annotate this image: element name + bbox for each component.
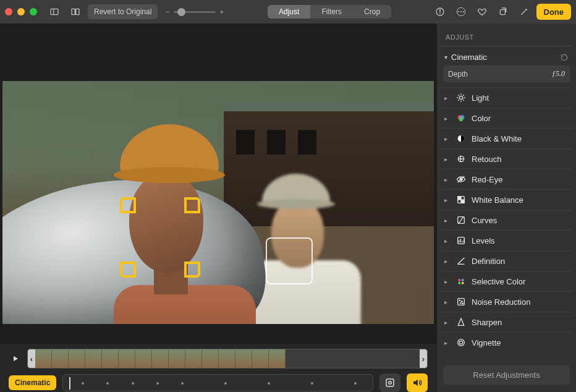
fullscreen-window-button[interactable] [30,8,37,15]
adjustment-label: White Balance [472,195,523,205]
focus-box-primary[interactable] [120,197,200,278]
filmstrip-frame[interactable] [269,349,286,368]
focus-keyframe-dot[interactable] [82,382,84,385]
adjustment-label: Sharpen [472,318,502,327]
trim-handle-left[interactable]: ‹ [28,349,35,368]
filmstrip-frame[interactable] [85,349,102,368]
adjustment-row-levels[interactable]: ▸Levels [442,230,571,250]
focus-timeline[interactable] [62,374,373,391]
adjustment-row-selective-color[interactable]: ▸Selective Color [442,271,571,291]
auto-focus-button[interactable] [379,373,400,392]
zoom-slider[interactable]: − + [165,7,224,17]
reset-cinematic-icon[interactable] [560,53,569,62]
adjustment-row-light[interactable]: ▸Light [442,87,571,108]
video-canvas[interactable] [2,81,434,324]
svg-rect-0 [51,9,58,14]
tab-filters[interactable]: Filters [310,5,353,19]
tab-adjust[interactable]: Adjust [268,5,310,19]
focus-keyframe-dot[interactable] [268,382,270,385]
filmstrip-frame[interactable] [52,349,69,368]
adjustment-label: Levels [472,236,495,245]
adjustment-row-vignette[interactable]: ▸Vignette [442,332,571,352]
play-button[interactable] [9,352,22,365]
section-cinematic[interactable]: ▾ Cinematic [442,46,571,66]
light-icon [455,92,467,103]
trim-handle-right[interactable]: › [420,349,427,368]
filmstrip-frame[interactable] [185,349,202,368]
close-window-button[interactable] [5,8,12,15]
svg-point-33 [462,301,462,302]
filmstrip-frame[interactable] [69,349,85,368]
svg-point-14 [459,96,462,99]
svg-point-28 [462,279,464,281]
adjustments-list: ▸Light▸Color▸Black & White▸Retouch▸Red-E… [442,87,571,352]
focus-keyframe-dot[interactable] [156,382,159,385]
filmstrip-frame[interactable] [169,349,185,368]
sidebar-toggle-icon[interactable] [46,4,63,19]
adjustment-row-retouch[interactable]: ▸Retouch [442,148,571,169]
adjustment-label: Color [472,114,491,123]
chevron-right-icon: ▸ [444,217,451,224]
info-icon[interactable] [431,4,449,19]
svg-rect-31 [458,299,465,305]
filmstrip-frame[interactable] [235,349,252,368]
audio-button[interactable] [407,373,428,392]
svg-rect-3 [76,9,79,14]
adjustment-label: Vignette [472,338,501,347]
rotate-icon[interactable] [494,4,512,19]
chevron-right-icon: ▸ [444,156,451,163]
svg-point-35 [462,303,463,304]
adjustment-row-red-eye[interactable]: ▸Red-Eye [442,169,571,189]
adjustment-row-noise-reduction[interactable]: ▸Noise Reduction [442,291,571,312]
filmstrip-frame[interactable] [119,349,135,368]
filmstrip[interactable]: ‹ › [27,349,428,369]
filmstrip-frame[interactable] [102,349,119,368]
mode-segmented-control: Adjust Filters Crop [268,5,391,19]
adjustment-row-black-white[interactable]: ▸Black & White [442,128,571,148]
filmstrip-frame[interactable] [202,349,219,368]
reset-adjustments-button[interactable]: Reset Adjustments [443,365,570,385]
more-icon[interactable] [452,4,470,19]
filmstrip-frame[interactable] [152,349,169,368]
adjustment-label: Retouch [472,155,501,164]
compare-toggle-icon[interactable] [67,4,84,19]
adjustment-row-sharpen[interactable]: ▸Sharpen [442,312,571,332]
svg-rect-11 [500,10,505,15]
filmstrip-frame[interactable] [35,349,52,368]
depth-label: Depth [448,70,468,79]
adjustment-row-definition[interactable]: ▸Definition [442,250,571,271]
levels-icon [455,235,467,246]
svg-point-17 [459,117,464,122]
focus-keyframe-dot[interactable] [132,382,134,385]
tab-crop[interactable]: Crop [353,5,391,19]
selective-color-icon [455,276,467,287]
focus-keyframe-dot[interactable] [181,382,184,385]
filmstrip-frame[interactable] [219,349,235,368]
svg-rect-12 [386,379,394,386]
adjustment-row-white-balance[interactable]: ▸White Balance [442,189,571,210]
adjustment-row-color[interactable]: ▸Color [442,108,571,128]
chevron-right-icon: ▸ [444,95,451,101]
cinematic-badge[interactable]: Cinematic [9,375,56,390]
focus-keyframe-dot[interactable] [354,382,357,385]
adjustment-row-curves[interactable]: ▸Curves [442,210,571,230]
revert-button[interactable]: Revert to Original [88,4,158,19]
focus-box-secondary[interactable] [266,237,313,284]
auto-enhance-icon[interactable] [515,4,533,19]
svg-point-27 [458,279,460,281]
filmstrip-frame[interactable] [135,349,152,368]
depth-row[interactable]: Depth ƒ5.0 [443,66,570,82]
sidebar-title: ADJUST [442,28,571,46]
adjustment-label: Red-Eye [472,175,503,184]
focus-keyframe-dot[interactable] [224,382,227,385]
filmstrip-frame[interactable] [252,349,269,368]
depth-value: ƒ5.0 [552,69,565,79]
minimize-window-button[interactable] [17,8,25,15]
noise-reduction-icon [455,296,467,307]
focus-keyframe-dot[interactable] [311,382,313,385]
black-white-icon [455,133,467,144]
red-eye-icon [455,174,467,185]
focus-keyframe-dot[interactable] [106,382,109,385]
favorite-icon[interactable] [473,4,491,19]
done-button[interactable]: Done [536,4,572,20]
